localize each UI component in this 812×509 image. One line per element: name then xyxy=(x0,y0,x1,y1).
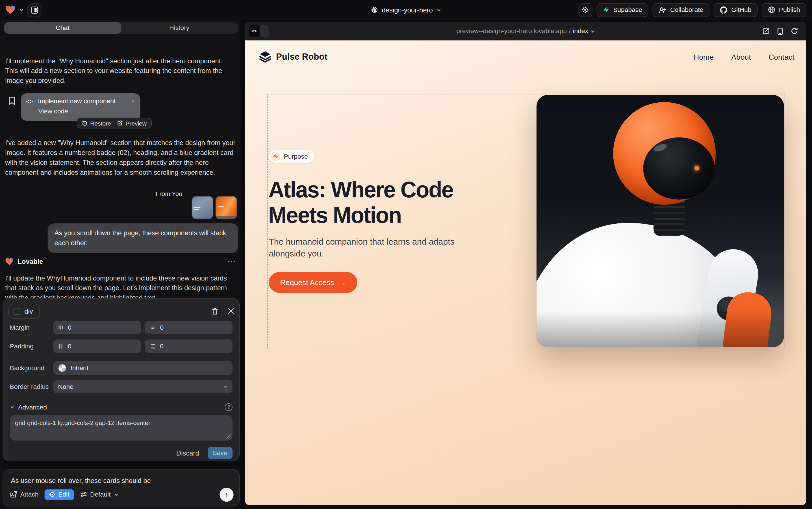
tailwind-classes-textarea[interactable]: grid grid-cols-1 lg:grid-cols-2 gap-12 i… xyxy=(10,415,232,441)
refresh-icon[interactable] xyxy=(791,27,798,35)
select-chevron-icon xyxy=(223,384,228,389)
component-card[interactable]: <> Implement new component View code xyxy=(21,93,140,121)
github-label: GitHub xyxy=(731,6,751,13)
chat-composer[interactable]: As user mouse roll over, these cards sho… xyxy=(3,469,239,506)
preview-label: Preview xyxy=(125,120,147,126)
preview-url[interactable]: preview--design-your-hero.lovable.app / … xyxy=(245,22,806,40)
message-menu-button[interactable]: ··· xyxy=(228,258,236,265)
nav-link-home[interactable]: Home xyxy=(694,53,714,61)
collaborate-label: Collaborate xyxy=(670,6,703,13)
from-you-label: From You xyxy=(156,190,182,198)
margin-x-icon xyxy=(58,324,64,331)
publish-globe-icon xyxy=(768,6,775,13)
model-selector[interactable]: Default xyxy=(80,491,118,498)
padding-label: Padding xyxy=(10,343,53,350)
margin-y-input[interactable]: 0 xyxy=(145,321,232,335)
resize-handle[interactable] xyxy=(226,434,230,439)
background-input[interactable]: Inherit xyxy=(53,362,232,375)
model-chevron-icon xyxy=(114,492,118,497)
attach-image-icon xyxy=(10,491,17,498)
preview-toolbar: <> preview--design-your-hero.lovable.app… xyxy=(245,22,806,40)
restore-label: Restore xyxy=(90,120,111,126)
close-icon[interactable] xyxy=(228,308,234,314)
restore-button[interactable]: Restore xyxy=(82,120,111,126)
github-button[interactable]: GitHub xyxy=(714,3,758,17)
url-chevron-icon xyxy=(590,29,595,33)
sliders-icon xyxy=(80,491,87,498)
request-access-label: Request Access xyxy=(280,278,334,286)
lovable-heart-icon xyxy=(5,258,13,265)
attach-button[interactable]: Attach xyxy=(10,491,39,498)
element-inspector-panel: div Margin 0 xyxy=(3,298,239,461)
assistant-message-1: I'll implement the "Why Humanoid" sectio… xyxy=(5,56,236,86)
user-message-bubble: As you scroll down the page, these compo… xyxy=(48,224,238,253)
color-swatch xyxy=(58,364,66,372)
tab-history[interactable]: History xyxy=(121,22,237,34)
gear-icon xyxy=(582,6,589,13)
preview-button[interactable]: Preview xyxy=(117,120,147,126)
preview-url-page: index xyxy=(573,27,588,35)
nav-link-about[interactable]: About xyxy=(731,53,751,61)
model-label: Default xyxy=(90,491,111,498)
code-icon: <> xyxy=(26,98,34,105)
tab-chat[interactable]: Chat xyxy=(4,22,121,34)
background-value: Inherit xyxy=(70,365,88,372)
hero-heading-line1: Atlas: Where Code xyxy=(268,177,453,203)
robot-camera-dot xyxy=(695,166,699,171)
pulse-icon xyxy=(271,151,280,161)
supabase-label: Supabase xyxy=(613,6,642,13)
element-bounds-icon xyxy=(13,308,20,314)
margin-x-input[interactable]: 0 xyxy=(53,321,141,335)
chat-history-tabs: Chat History xyxy=(4,22,238,34)
save-button[interactable]: Save xyxy=(208,447,232,459)
advanced-chevron-icon[interactable] xyxy=(10,405,14,409)
attachment-thumbnail-1[interactable] xyxy=(191,196,213,219)
settings-button[interactable] xyxy=(578,3,592,17)
mobile-view-icon[interactable] xyxy=(777,27,783,35)
help-icon[interactable]: ? xyxy=(225,403,232,411)
hero-subtext: The humanoid companion that learns and a… xyxy=(269,236,471,260)
margin-label: Margin xyxy=(10,324,53,331)
site-brand[interactable]: Pulse Robot xyxy=(259,51,327,63)
padding-x-input[interactable]: 0 xyxy=(53,340,141,353)
hero-robot-image xyxy=(537,95,784,347)
composer-input[interactable]: As user mouse roll over, these cards sho… xyxy=(11,477,231,484)
request-access-button[interactable]: Request Access → xyxy=(269,272,358,293)
robot-visor xyxy=(643,137,714,200)
site-canvas: Pulse Robot Home About Contact Purpose A… xyxy=(245,40,806,505)
attachment-thumbnail-2[interactable] xyxy=(215,196,237,219)
assistant-name: Lovable xyxy=(17,258,43,265)
discard-button[interactable]: Discard xyxy=(176,449,199,457)
margin-y-icon xyxy=(150,325,156,330)
chevron-right-icon xyxy=(131,99,135,103)
view-code-link[interactable]: View code xyxy=(38,108,135,115)
component-card-title: Implement new component xyxy=(38,98,116,105)
external-link-icon xyxy=(117,120,123,126)
supabase-button[interactable]: Supabase xyxy=(596,3,649,17)
edit-mode-button[interactable]: Edit xyxy=(45,489,74,500)
edit-label: Edit xyxy=(58,491,69,498)
collaborate-icon xyxy=(659,6,666,13)
tab-history-label: History xyxy=(169,24,189,32)
trash-icon[interactable] xyxy=(211,307,219,315)
border-radius-select[interactable]: None xyxy=(53,380,232,394)
hero-heading: Atlas: Where Code Meets Motion xyxy=(268,177,453,228)
card-floor-shadow xyxy=(537,311,784,347)
bookmark-icon[interactable] xyxy=(8,96,15,106)
advanced-section-label[interactable]: Advanced xyxy=(18,404,47,411)
arrow-right-icon: → xyxy=(339,278,346,286)
selected-element-tag: div xyxy=(24,307,33,315)
preview-url-separator: / xyxy=(569,27,570,35)
send-button[interactable]: ↑ xyxy=(220,487,233,501)
preview-pane: <> preview--design-your-hero.lovable.app… xyxy=(245,22,806,505)
selected-element-pill[interactable]: div xyxy=(8,303,40,318)
padding-y-icon xyxy=(150,343,156,349)
padding-y-input[interactable]: 0 xyxy=(145,340,232,353)
publish-button[interactable]: Publish xyxy=(762,3,806,17)
nav-link-contact[interactable]: Contact xyxy=(769,53,795,61)
collaborate-button[interactable]: Collaborate xyxy=(653,3,710,17)
padding-y-value: 0 xyxy=(160,343,163,350)
hero-badge-label: Purpose xyxy=(284,153,308,160)
border-radius-label: Border radius xyxy=(10,383,53,391)
open-external-icon[interactable] xyxy=(762,27,770,35)
